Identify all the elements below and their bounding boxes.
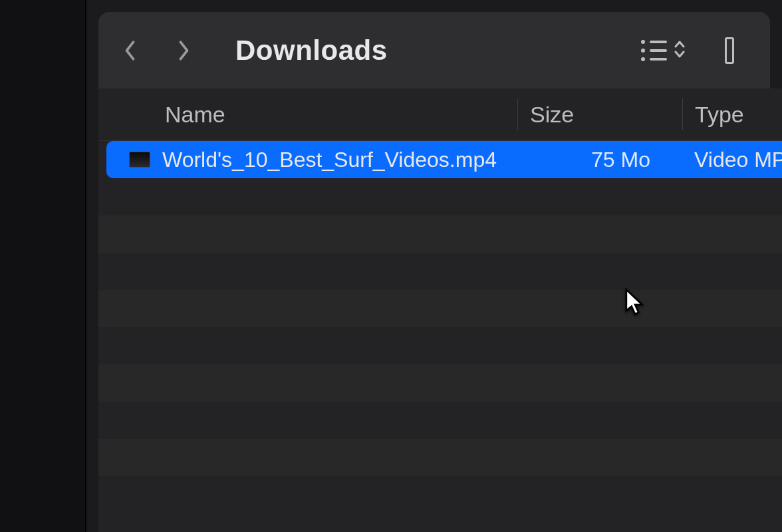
column-header-type[interactable]: Type xyxy=(682,98,782,130)
toolbar: Downloads xyxy=(98,12,770,88)
location-title: Downloads xyxy=(235,35,388,66)
empty-row xyxy=(98,215,782,253)
empty-row xyxy=(98,364,782,402)
file-manager-window: Downloads Name Size xyxy=(0,0,782,532)
empty-row xyxy=(98,290,782,327)
sidebar xyxy=(0,0,86,532)
column-view-button[interactable] xyxy=(706,36,753,65)
file-name: World's_10_Best_Surf_Videos.mp4 xyxy=(162,148,497,172)
file-listing: Name Size Type World's_10_Best_Surf_Vide… xyxy=(98,88,782,532)
file-row[interactable]: World's_10_Best_Surf_Videos.mp4 75 Mo Vi… xyxy=(106,141,782,178)
column-header-size[interactable]: Size xyxy=(517,98,682,130)
view-mode-button[interactable] xyxy=(640,36,686,65)
file-size: 75 Mo xyxy=(517,148,682,172)
forward-button[interactable] xyxy=(169,36,198,65)
column-headers: Name Size Type xyxy=(98,88,782,141)
empty-row xyxy=(98,402,782,439)
chevron-left-icon xyxy=(123,39,138,63)
empty-row xyxy=(98,253,782,290)
back-button[interactable] xyxy=(116,36,145,65)
file-rows: World's_10_Best_Surf_Videos.mp4 75 Mo Vi… xyxy=(98,141,782,476)
main-pane: Downloads Name Size xyxy=(86,0,782,532)
video-file-icon xyxy=(129,152,150,168)
file-type: Video MP xyxy=(682,148,782,172)
list-view-icon xyxy=(641,40,667,61)
empty-row xyxy=(98,178,782,215)
sort-updown-icon xyxy=(674,39,686,62)
chevron-right-icon xyxy=(176,39,191,63)
column-view-icon xyxy=(725,37,734,64)
column-header-name[interactable]: Name xyxy=(98,102,517,128)
empty-row xyxy=(98,327,782,364)
empty-row xyxy=(98,439,782,476)
